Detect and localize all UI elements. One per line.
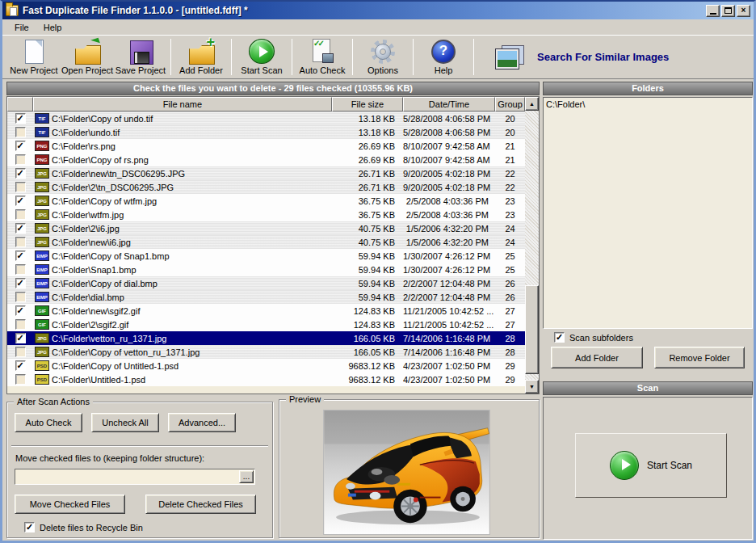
- table-row[interactable]: GIFC:\Folder\2\sgif2.gif124.83 KB11/21/2…: [7, 318, 525, 331]
- checkbox-checked[interactable]: ✓: [15, 333, 26, 343]
- row-cell-filename: JPGC:\Folder\Copy of vetton_ru_1371.jpg: [33, 347, 332, 357]
- column-header-check[interactable]: [7, 97, 33, 112]
- checkbox-unchecked[interactable]: [15, 127, 26, 137]
- table-row[interactable]: ✓PNGC:\Folder\rs.png26.69 KB8/10/2007 9:…: [7, 139, 525, 153]
- browse-button[interactable]: ...: [239, 470, 254, 483]
- toolbar-button-label: Auto Check: [300, 65, 346, 75]
- table-row[interactable]: ✓GIFC:\Folder\new\sgif2.gif124.83 KB11/2…: [7, 304, 525, 318]
- menu-help[interactable]: Help: [37, 21, 69, 34]
- start-scan-button[interactable]: Start Scan: [575, 433, 727, 498]
- recycle-bin-label: Delete files to Recycle Bin: [40, 523, 143, 532]
- delete-checked-files-button[interactable]: Delete Checked Files: [145, 495, 256, 514]
- move-path-input[interactable]: [15, 472, 239, 482]
- checkbox-checked[interactable]: ✓: [15, 113, 26, 124]
- row-cell-filename: JPGC:\Folder\new\tn_DSC06295.JPG: [33, 168, 332, 179]
- move-checked-files-button[interactable]: Move Checked Files: [15, 495, 125, 514]
- table-row[interactable]: PSDC:\Folder\Untitled-1.psd9683.12 KB4/2…: [7, 373, 525, 386]
- row-cell-size: 59.94 KB: [332, 293, 403, 302]
- recycle-bin-checkbox[interactable]: ✓: [24, 522, 35, 532]
- table-scrollbar[interactable]: ▲ ▼: [525, 97, 539, 394]
- menu-file[interactable]: File: [8, 21, 36, 34]
- row-cell-group: 20: [495, 114, 525, 124]
- table-row[interactable]: ✓JPGC:\Folder\2\i6.jpg40.75 KB1/5/2006 4…: [7, 221, 525, 235]
- column-header-datetime[interactable]: Date/Time: [403, 97, 495, 112]
- folders-list[interactable]: C:\Folder\: [543, 97, 753, 329]
- checkbox-checked[interactable]: ✓: [15, 250, 26, 261]
- recycle-bin-row[interactable]: ✓ Delete files to Recycle Bin: [24, 522, 143, 532]
- folder-list-item[interactable]: C:\Folder\: [546, 99, 750, 110]
- toolbar-button-new-project[interactable]: New Project: [7, 36, 61, 78]
- toolbar-button-add-folder[interactable]: Add Folder: [174, 36, 228, 78]
- row-cell-group: 29: [495, 361, 525, 371]
- table-row[interactable]: JPGC:\Folder\2\tn_DSC06295.JPG26.71 KB9/…: [7, 180, 525, 194]
- checkbox-unchecked[interactable]: [15, 154, 26, 165]
- checkbox-checked[interactable]: ✓: [15, 305, 26, 316]
- scan-subfolders-checkbox[interactable]: ✓: [554, 332, 565, 343]
- advanced-button[interactable]: Advanced...: [168, 413, 236, 432]
- scan-subfolders-row[interactable]: ✓ Scan subfolders: [554, 332, 633, 343]
- checkbox-checked[interactable]: ✓: [15, 141, 26, 151]
- checkbox-checked[interactable]: ✓: [15, 360, 26, 371]
- after-scan-divider: [11, 445, 268, 447]
- toolbar-button-auto-check[interactable]: Auto Check: [296, 36, 349, 78]
- file-type-icon: TIF: [35, 113, 49, 124]
- toolbar-button-start-scan[interactable]: Start Scan: [235, 36, 288, 78]
- scroll-down-icon[interactable]: ▼: [525, 380, 539, 394]
- checkbox-unchecked[interactable]: [15, 237, 26, 247]
- search-similar-images-button[interactable]: Search For Similar Images: [495, 36, 669, 78]
- maximize-button[interactable]: [721, 5, 735, 17]
- row-cell-group: 27: [495, 320, 525, 330]
- table-row[interactable]: JPGC:\Folder\new\i6.jpg40.75 KB1/5/2006 …: [7, 235, 525, 249]
- scan-panel-header: Scan: [543, 381, 753, 395]
- close-button[interactable]: ×: [737, 5, 750, 17]
- table-row[interactable]: ✓JPGC:\Folder\vetton_ru_1371.jpg166.05 K…: [7, 331, 525, 345]
- table-row[interactable]: TIFC:\Folder\undo.tif13.18 KB5/28/2008 4…: [7, 125, 525, 139]
- row-cell-size: 124.83 KB: [332, 320, 403, 330]
- table-row[interactable]: ✓JPGC:\Folder\Copy of wtfm.jpg36.75 KB2/…: [7, 194, 525, 208]
- checkbox-unchecked[interactable]: [15, 347, 26, 357]
- row-cell-check: ✓: [7, 141, 33, 151]
- column-header-group[interactable]: Group: [495, 97, 525, 112]
- toolbar-button-save-project[interactable]: Save Project: [114, 36, 167, 78]
- row-cell-check: ✓: [7, 196, 33, 206]
- toolbar-button-options[interactable]: Options: [356, 36, 410, 78]
- checkbox-unchecked[interactable]: [15, 292, 26, 302]
- scroll-up-icon[interactable]: ▲: [525, 97, 539, 111]
- scrollbar-thumb[interactable]: [525, 285, 539, 374]
- add-folder-button[interactable]: Add Folder: [551, 347, 643, 368]
- help-icon: [431, 40, 456, 64]
- column-header-filename[interactable]: File name: [33, 97, 332, 112]
- table-row[interactable]: ✓PSDC:\Folder\Copy of Untitled-1.psd9683…: [7, 359, 525, 373]
- file-type-icon: JPG: [35, 223, 49, 234]
- table-row[interactable]: ✓BMPC:\Folder\Copy of dial.bmp59.94 KB2/…: [7, 276, 525, 290]
- row-cell-filename: JPGC:\Folder\Copy of wtfm.jpg: [33, 196, 332, 206]
- table-row[interactable]: BMPC:\Folder\dial.bmp59.94 KB2/2/2007 12…: [7, 290, 525, 304]
- checkbox-checked[interactable]: ✓: [15, 168, 26, 179]
- row-cell-datetime: 1/30/2007 4:26:12 PM: [403, 251, 495, 261]
- table-row[interactable]: ✓TIFC:\Folder\Copy of undo.tif13.18 KB5/…: [7, 112, 525, 125]
- table-row[interactable]: JPGC:\Folder\wtfm.jpg36.75 KB2/5/2008 4:…: [7, 208, 525, 221]
- row-cell-check: ✓: [7, 333, 33, 343]
- checkbox-checked[interactable]: ✓: [15, 196, 26, 206]
- auto-check-button[interactable]: Auto Check: [15, 413, 82, 432]
- title-bar[interactable]: Fast Duplicate File Finder 1.1.0.0 - [un…: [2, 2, 754, 19]
- checkbox-unchecked[interactable]: [15, 319, 26, 330]
- column-header-filesize[interactable]: File size: [332, 97, 403, 112]
- minimize-button[interactable]: [706, 5, 720, 17]
- remove-folder-button[interactable]: Remove Folder: [654, 347, 745, 368]
- table-row[interactable]: JPGC:\Folder\Copy of vetton_ru_1371.jpg1…: [7, 345, 525, 359]
- table-row[interactable]: ✓JPGC:\Folder\new\tn_DSC06295.JPG26.71 K…: [7, 166, 525, 180]
- table-row[interactable]: ✓BMPC:\Folder\Copy of Snap1.bmp59.94 KB1…: [7, 249, 525, 263]
- toolbar-button-help[interactable]: Help: [417, 36, 470, 78]
- checkbox-unchecked[interactable]: [15, 264, 26, 275]
- checkbox-checked[interactable]: ✓: [15, 223, 26, 234]
- table-row[interactable]: PNGC:\Folder\Copy of rs.png26.69 KB8/10/…: [7, 153, 525, 166]
- checkbox-checked[interactable]: ✓: [15, 278, 26, 288]
- checkbox-unchecked[interactable]: [15, 374, 26, 385]
- toolbar-button-open-project[interactable]: Open Project: [61, 36, 114, 78]
- checkbox-unchecked[interactable]: [15, 182, 26, 192]
- table-row[interactable]: BMPC:\Folder\Snap1.bmp59.94 KB1/30/2007 …: [7, 263, 525, 276]
- checkbox-unchecked[interactable]: [15, 209, 26, 220]
- uncheck-all-button[interactable]: Uncheck All: [91, 413, 159, 432]
- file-name-text: C:\Folder\2\tn_DSC06295.JPG: [52, 183, 174, 192]
